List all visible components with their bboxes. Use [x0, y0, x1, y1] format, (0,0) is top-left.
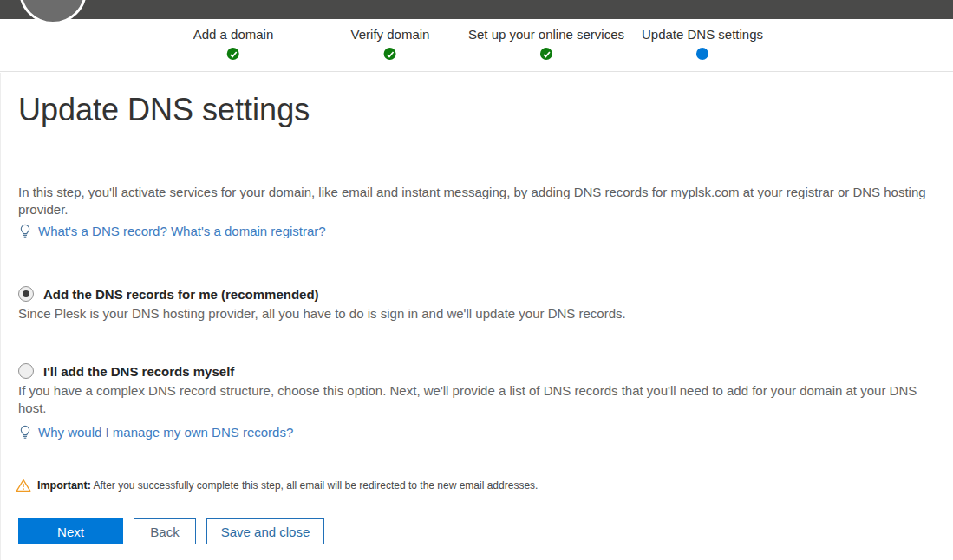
warning-message: After you successfully complete this ste…	[93, 479, 538, 492]
main-content: Update DNS settings In this step, you'll…	[0, 73, 953, 560]
help-link-row-1: What's a DNS record? What's a domain reg…	[18, 224, 936, 238]
warning-prefix: Important:	[37, 479, 91, 492]
radio-option-1: I'll add the DNS records myself If you h…	[18, 363, 936, 417]
step-label: Verify domain	[351, 27, 430, 42]
step-current-dot-icon	[696, 48, 708, 60]
radio-button-add-for-me[interactable]	[18, 286, 34, 302]
top-app-bar	[0, 0, 953, 19]
step-complete-check-icon	[540, 48, 552, 60]
step-label: Add a domain	[193, 27, 274, 42]
lightbulb-icon	[18, 425, 32, 440]
step-complete-check-icon	[384, 48, 396, 60]
warning-text: Important: After you successfully comple…	[37, 479, 538, 492]
next-button[interactable]: Next	[18, 518, 123, 544]
option-description: If you have a complex DNS record structu…	[18, 382, 936, 417]
help-link-row-2: Why would I manage my own DNS records?	[18, 425, 936, 440]
page-title: Update DNS settings	[18, 92, 936, 128]
step-set-up-online-services: Set up your online services	[468, 27, 624, 63]
help-link-dns-record[interactable]: What's a DNS record? What's a domain reg…	[38, 224, 326, 238]
radio-option-0: Add the DNS records for me (recommended)…	[18, 286, 936, 322]
wizard-stepper: Add a domain Verify domain Set up your o…	[0, 19, 953, 72]
step-complete-check-icon	[227, 48, 239, 60]
step-label: Set up your online services	[468, 27, 624, 42]
step-label: Update DNS settings	[642, 27, 763, 42]
radio-button-add-myself[interactable]	[18, 363, 34, 379]
back-button[interactable]: Back	[134, 518, 196, 544]
option-label[interactable]: I'll add the DNS records myself	[43, 364, 234, 379]
lightbulb-icon	[18, 224, 32, 238]
step-update-dns-settings: Update DNS settings	[642, 27, 763, 63]
warning-triangle-icon	[16, 479, 31, 492]
intro-text: In this step, you'll activate services f…	[18, 184, 936, 218]
step-add-a-domain: Add a domain	[193, 27, 274, 63]
help-link-manage-own-dns[interactable]: Why would I manage my own DNS records?	[38, 425, 293, 440]
save-and-close-button[interactable]: Save and close	[206, 518, 324, 544]
step-verify-domain: Verify domain	[351, 27, 430, 63]
option-label[interactable]: Add the DNS records for me (recommended)	[43, 287, 319, 302]
option-description: Since Plesk is your DNS hosting provider…	[18, 305, 936, 322]
warning-row: Important: After you successfully comple…	[16, 479, 883, 492]
button-row: Next Back Save and close	[18, 518, 324, 544]
